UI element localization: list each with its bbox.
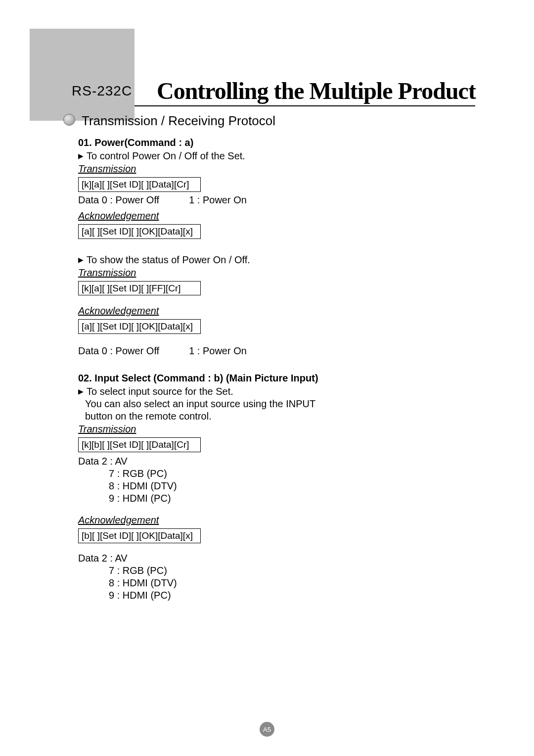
page: RS-232C Controlling the Multiple Product… xyxy=(0,0,534,756)
cmd01-heading: 01. Power(Command : a) xyxy=(78,137,470,149)
cmd01-data-on2: 1 : Power On xyxy=(189,345,247,357)
cmd01-data-on: 1 : Power On xyxy=(189,194,247,206)
acknowledgement-label: Acknowledgement xyxy=(78,210,470,222)
transmission-label: Transmission xyxy=(78,267,470,279)
arrow-right-icon: ▶ xyxy=(78,385,84,397)
arrow-right-icon: ▶ xyxy=(78,150,84,162)
cmd02-ack-data1: Data 2 : AV xyxy=(78,552,470,565)
cmd01-data-off: Data 0 : Power Off xyxy=(78,194,159,206)
content-area: 01. Power(Command : a) ▶ To control Powe… xyxy=(78,137,470,602)
cmd02-ack-data2: 7 : RGB (PC) xyxy=(78,565,470,577)
cmd02-desc-l3: button on the remote control. xyxy=(78,410,470,423)
cmd01-ack-code: [a][ ][Set ID][ ][OK][Data][x] xyxy=(78,224,201,239)
cmd02-data3: 8 : HDMI (DTV) xyxy=(78,480,470,492)
transmission-label: Transmission xyxy=(78,163,470,175)
cmd01-data-off2: Data 0 : Power Off xyxy=(78,345,159,357)
cmd01-desc2: To show the status of Power On / Off. xyxy=(87,254,250,266)
cmd02-data4: 9 : HDMI (PC) xyxy=(78,492,470,505)
arrow-right-icon: ▶ xyxy=(78,254,84,266)
cmd02-ack-code: [b][ ][Set ID][ ][OK][Data][x] xyxy=(78,528,201,543)
cmd01-transmission-code: [k][a][ ][Set ID][ ][Data][Cr] xyxy=(78,177,201,192)
cmd02-data1: Data 2 : AV xyxy=(78,455,470,468)
page-title: Controlling the Multiple Product xyxy=(157,77,476,104)
acknowledgement-label: Acknowledgement xyxy=(78,514,470,526)
cmd02-ack-data3: 8 : HDMI (DTV) xyxy=(78,577,470,589)
page-number: A5 xyxy=(260,722,274,737)
cmd02-ack-data4: 9 : HDMI (PC) xyxy=(78,589,470,602)
header-prefix: RS-232C xyxy=(72,83,132,99)
cmd01-ack-code2: [a][ ][Set ID][ ][OK][Data][x] xyxy=(78,319,201,334)
acknowledgement-label: Acknowledgement xyxy=(78,305,470,317)
header-underline xyxy=(134,105,475,106)
cmd02-transmission-code: [k][b][ ][Set ID][ ][Data][Cr] xyxy=(78,437,201,452)
header-block xyxy=(30,29,134,121)
cmd02-desc-l1: To select input source for the Set. xyxy=(87,385,233,398)
cmd02-heading: 02. Input Select (Command : b) (Main Pic… xyxy=(78,372,470,384)
section-title: Transmission / Receiving Protocol xyxy=(82,113,275,129)
cmd02-desc-l2: You can also select an input source usin… xyxy=(78,398,470,410)
bullet-icon xyxy=(63,114,75,126)
transmission-label: Transmission xyxy=(78,423,470,435)
cmd01-desc: To control Power On / Off of the Set. xyxy=(87,150,245,162)
cmd01-transmission-code2: [k][a][ ][Set ID][ ][FF][Cr] xyxy=(78,281,201,296)
cmd02-data2: 7 : RGB (PC) xyxy=(78,468,470,480)
